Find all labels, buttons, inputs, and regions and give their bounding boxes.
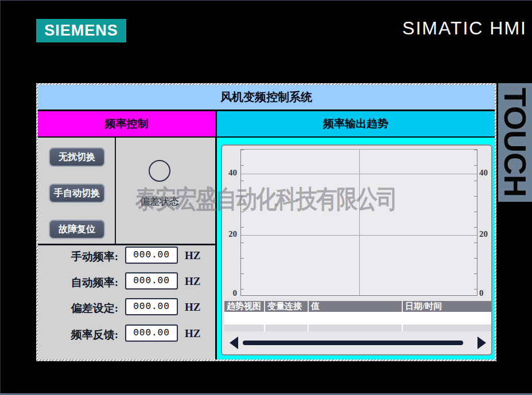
- frequency-feedback-input[interactable]: [125, 324, 178, 342]
- y-tick-right-20: 20: [479, 229, 494, 239]
- auto-frequency-input[interactable]: [125, 272, 178, 290]
- frequency-feedback-unit: HZ: [185, 327, 208, 340]
- deviation-setting-unit: HZ: [185, 301, 208, 314]
- col-variable-connection: 变量连接: [265, 301, 308, 312]
- y-tick-right-40: 40: [479, 168, 494, 178]
- manual-frequency-unit: HZ: [185, 249, 208, 262]
- col-trend-view: 趋势视图: [224, 301, 264, 312]
- touch-side-panel: TOUCH: [498, 83, 532, 202]
- left-axis-ticks: [241, 150, 244, 296]
- page-title: 风机变频控制系统: [38, 85, 495, 111]
- y-tick-right-0: 0: [479, 288, 494, 298]
- siemens-logo: SIEMENS: [36, 19, 126, 42]
- scroll-left-arrow[interactable]: [230, 337, 238, 349]
- bezel-left-edge: [0, 0, 1, 395]
- trend-table-header: 趋势视图 变量连接 值 日期/时间: [224, 301, 491, 312]
- right-axis-ticks: [474, 150, 477, 296]
- col-value: 值: [309, 301, 402, 312]
- deviation-setting-label: 偏差设定:: [54, 301, 118, 316]
- undisturbed-switch-button[interactable]: 无扰切换: [49, 147, 105, 167]
- y-tick-left-0: 0: [222, 288, 237, 298]
- trend-view-widget: 40 20 0 40 20 0 趋势视图 变量连接 值 日期/时间: [221, 144, 492, 355]
- deviation-status-label: 偏差状态: [124, 195, 195, 208]
- y-tick-left-20: 20: [222, 229, 237, 239]
- fault-reset-button[interactable]: 故障复位: [49, 220, 105, 239]
- scroll-right-arrow[interactable]: [477, 337, 486, 349]
- deviation-status-lamp: [149, 160, 170, 182]
- frequency-feedback-label: 频率反馈:: [54, 327, 118, 342]
- trend-table-row-footer: [224, 324, 491, 331]
- auto-frequency-unit: HZ: [185, 275, 208, 288]
- y-tick-left-40: 40: [222, 168, 237, 178]
- scrollbar-track[interactable]: [243, 341, 463, 345]
- trend-table-row: [224, 312, 491, 324]
- manual-frequency-label: 手动频率:: [54, 249, 118, 264]
- touch-label: TOUCH: [498, 83, 532, 202]
- manual-auto-switch-button[interactable]: 手自动切换: [49, 183, 105, 203]
- col-date-time: 日期/时间: [403, 301, 491, 312]
- trend-plot-area: [240, 149, 477, 296]
- hmi-screen-frame: 风机变频控制系统 频率控制 频率输出趋势 无扰切换 手自动切换 故障复位 偏差状…: [36, 83, 496, 361]
- manual-frequency-input[interactable]: [125, 247, 178, 264]
- button-column-divider: [115, 138, 116, 244]
- frequency-control-header: 频率控制: [38, 111, 215, 138]
- auto-frequency-label: 自动频率:: [54, 275, 118, 290]
- hmi-screen: 风机变频控制系统 频率控制 频率输出趋势 无扰切换 手自动切换 故障复位 偏差状…: [38, 85, 495, 359]
- deviation-setting-input[interactable]: [125, 298, 178, 315]
- fields-section-divider: [38, 244, 215, 245]
- simatic-hmi-label: SIMATIC HMI: [402, 18, 527, 39]
- bezel-top-edge: [0, 0, 532, 1]
- gridline-center: [359, 150, 360, 295]
- frequency-trend-header: 频率输出趋势: [217, 111, 495, 138]
